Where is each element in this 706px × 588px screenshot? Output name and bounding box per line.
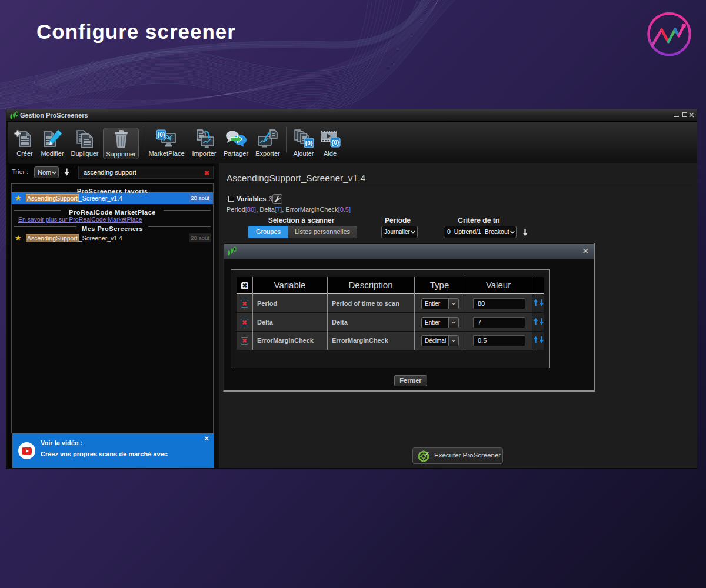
svg-text:{0}: {0} xyxy=(157,132,165,138)
svg-text:{0}: {0} xyxy=(331,139,339,146)
